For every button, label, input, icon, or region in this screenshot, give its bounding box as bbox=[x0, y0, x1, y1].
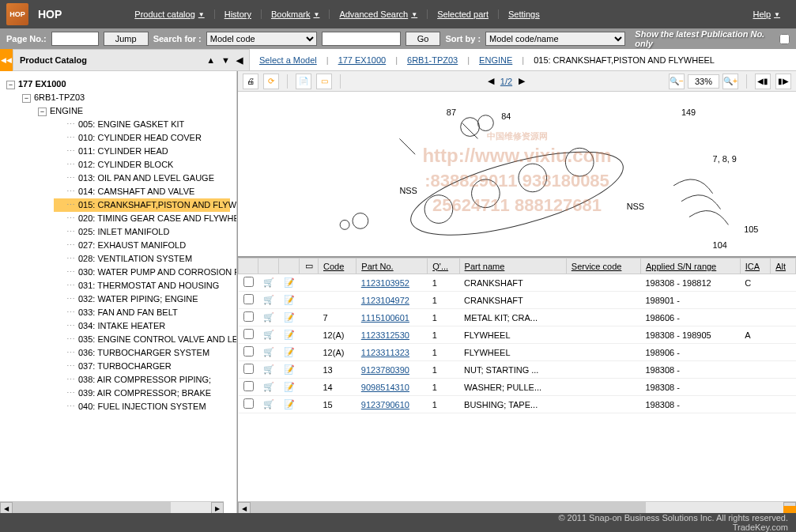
page-prev[interactable]: ◀ bbox=[488, 76, 494, 86]
part-no-link[interactable]: 9098514310 bbox=[361, 383, 409, 392]
part-no-link[interactable]: 1123103952 bbox=[361, 278, 409, 288]
collapse-icon[interactable]: ◀ bbox=[236, 55, 243, 66]
tree-leaf[interactable]: 010: CYLINDER HEAD COVER bbox=[54, 131, 230, 145]
breadcrumb-sub[interactable]: 6RB1-TPZ03 bbox=[407, 55, 458, 65]
part-no-link[interactable]: 1123104972 bbox=[361, 296, 409, 305]
cart-icon[interactable]: 🛒 bbox=[263, 364, 274, 374]
refresh-button[interactable]: ⟳ bbox=[263, 74, 279, 89]
th-qty[interactable]: Q'... bbox=[428, 258, 459, 274]
note-icon[interactable]: 📝 bbox=[284, 399, 295, 409]
sort-by-select[interactable]: Model code/name bbox=[485, 32, 625, 46]
note-icon[interactable]: 📝 bbox=[284, 312, 295, 322]
tree-root[interactable]: 177 EX1000 bbox=[18, 79, 66, 89]
search-input[interactable] bbox=[322, 32, 401, 46]
row-checkbox[interactable] bbox=[243, 381, 254, 391]
cart-icon[interactable]: 🛒 bbox=[263, 347, 274, 357]
nav-settings[interactable]: Settings bbox=[499, 9, 549, 19]
tree-toggle[interactable]: − bbox=[6, 81, 15, 89]
cart-icon[interactable]: 🛒 bbox=[263, 382, 274, 391]
tree-leaf[interactable]: 030: WATER PUMP AND CORROSION RESISTOR bbox=[54, 266, 230, 279]
row-checkbox[interactable] bbox=[243, 277, 254, 287]
help-menu[interactable]: Help▼ bbox=[743, 9, 790, 19]
part-no-link[interactable]: 9123790610 bbox=[361, 400, 409, 409]
tree-leaf[interactable]: 038: AIR COMPRESSOR PIPING; bbox=[54, 373, 230, 387]
nav-bookmark[interactable]: Bookmark▼ bbox=[262, 9, 330, 19]
scroll-thumb[interactable] bbox=[251, 502, 646, 514]
zoom-input[interactable] bbox=[688, 74, 719, 89]
search-for-select[interactable]: Model code bbox=[206, 32, 317, 46]
row-checkbox[interactable] bbox=[243, 346, 254, 357]
tree-leaf[interactable]: 015: CRANKSHAFT,PISTON AND FLYWHEEL bbox=[54, 198, 230, 212]
down-arrow-icon[interactable]: ▼ bbox=[221, 55, 230, 65]
tree-leaf[interactable]: 036: TURBOCHARGER SYSTEM bbox=[54, 346, 230, 360]
tree-leaf[interactable]: 020: TIMING GEAR CASE AND FLYWHEEL HOUSI… bbox=[54, 212, 230, 225]
cart-icon[interactable]: 🛒 bbox=[263, 277, 274, 287]
tree-leaf[interactable]: 005: ENGINE GASKET KIT bbox=[54, 118, 230, 131]
new-doc-button[interactable]: 📄 bbox=[296, 74, 311, 89]
tree-leaf[interactable]: 032: WATER PIPING; ENGINE bbox=[54, 292, 230, 306]
tree-sub[interactable]: 6RB1-TPZ03 bbox=[34, 92, 85, 102]
cart-icon[interactable]: 🛒 bbox=[263, 295, 274, 304]
tree-leaf[interactable]: 033: FAN AND FAN BELT bbox=[54, 306, 230, 319]
print-button[interactable]: 🖨 bbox=[243, 74, 258, 89]
cart-icon[interactable]: 🛒 bbox=[263, 399, 274, 409]
parts-diagram[interactable]: 87 84 149 7, 8, 9 NSS NSS 105 104 中国维修资源… bbox=[238, 92, 796, 258]
tree-leaf[interactable]: 011: CYLINDER HEAD bbox=[54, 145, 230, 158]
row-checkbox[interactable] bbox=[243, 364, 254, 374]
sidebar-tree[interactable]: −177 EX1000 −6RB1-TPZ03 −ENGINE 005: ENG… bbox=[0, 71, 237, 514]
part-no-link[interactable]: 1123311323 bbox=[361, 348, 409, 357]
note-icon[interactable]: 📝 bbox=[284, 364, 295, 374]
tree-leaf[interactable]: 039: AIR COMPRESSOR; BRAKE bbox=[54, 387, 230, 400]
tree-leaf[interactable]: 025: INLET MANIFOLD bbox=[54, 225, 230, 239]
nav-prev-icon[interactable]: ◀▮ bbox=[755, 74, 771, 89]
note-icon[interactable]: 📝 bbox=[284, 277, 295, 287]
latest-pub-checkbox[interactable] bbox=[779, 34, 790, 44]
scroll-right-arrow[interactable]: ▶ bbox=[211, 502, 224, 514]
breadcrumb-section[interactable]: ENGINE bbox=[479, 55, 512, 65]
tree-leaf[interactable]: 040: FUEL INJECTION SYSTEM bbox=[54, 400, 230, 413]
th-partno[interactable]: Part No. bbox=[357, 258, 428, 274]
part-no-link[interactable]: 1123312530 bbox=[361, 330, 409, 340]
note-icon[interactable]: 📝 bbox=[284, 382, 295, 391]
tree-leaf[interactable]: 037: TURBOCHARGER bbox=[54, 360, 230, 373]
part-no-link[interactable]: 9123780390 bbox=[361, 365, 409, 375]
note-icon[interactable]: 📝 bbox=[284, 347, 295, 357]
breadcrumb-select-model[interactable]: Select a Model bbox=[259, 55, 317, 65]
up-arrow-icon[interactable]: ▲ bbox=[206, 55, 215, 65]
jump-button[interactable]: Jump bbox=[104, 32, 149, 46]
tree-section[interactable]: ENGINE bbox=[50, 106, 83, 115]
go-button[interactable]: Go bbox=[406, 32, 441, 46]
tree-leaf[interactable]: 013: OIL PAN AND LEVEL GAUGE bbox=[54, 172, 230, 185]
row-checkbox[interactable] bbox=[243, 398, 254, 409]
zoom-in-button[interactable]: 🔍+ bbox=[722, 74, 738, 89]
tree-leaf[interactable]: 035: ENGINE CONTROL VALVE AND LEVER bbox=[54, 333, 230, 346]
tree-leaf[interactable]: 027: EXHAUST MANIFOLD bbox=[54, 239, 230, 252]
scroll-thumb[interactable] bbox=[13, 502, 171, 514]
nav-product-catalog[interactable]: Product catalog▼ bbox=[125, 9, 214, 19]
page-indicator[interactable]: 1/2 bbox=[500, 77, 512, 86]
breadcrumb-model[interactable]: 177 EX1000 bbox=[338, 55, 387, 65]
th-ica[interactable]: ICA bbox=[740, 258, 771, 274]
tree-toggle[interactable]: − bbox=[38, 108, 47, 116]
tree-leaf[interactable]: 014: CAMSHAFT AND VALVE bbox=[54, 185, 230, 198]
nav-history[interactable]: History bbox=[215, 9, 262, 19]
edit-button[interactable]: ▭ bbox=[316, 74, 332, 89]
note-icon[interactable]: 📝 bbox=[284, 295, 295, 304]
tree-toggle[interactable]: − bbox=[22, 94, 31, 103]
page-no-input[interactable] bbox=[51, 32, 99, 46]
part-no-link[interactable]: 1115100601 bbox=[361, 313, 409, 323]
row-checkbox[interactable] bbox=[243, 329, 254, 339]
th-service[interactable]: Service code bbox=[566, 258, 640, 274]
zoom-out-button[interactable]: 🔍− bbox=[669, 74, 685, 89]
cart-icon[interactable]: 🛒 bbox=[263, 330, 274, 339]
th-partname[interactable]: Part name bbox=[459, 258, 566, 274]
cart-icon[interactable]: 🛒 bbox=[263, 312, 274, 322]
scroll-left-arrow[interactable]: ◀ bbox=[0, 502, 13, 514]
tree-leaf[interactable]: 034: INTAKE HEATER bbox=[54, 319, 230, 333]
nav-selected-part[interactable]: Selected part bbox=[428, 9, 499, 19]
parts-table-wrap[interactable]: ▭ Code Part No. Q'... Part name Service … bbox=[238, 258, 796, 501]
tree-leaf[interactable]: 012: CYLINDER BLOCK bbox=[54, 158, 230, 172]
nav-advanced-search[interactable]: Advanced Search▼ bbox=[330, 9, 428, 19]
th-code[interactable]: Code bbox=[319, 258, 357, 274]
page-next[interactable]: ▶ bbox=[519, 76, 525, 86]
